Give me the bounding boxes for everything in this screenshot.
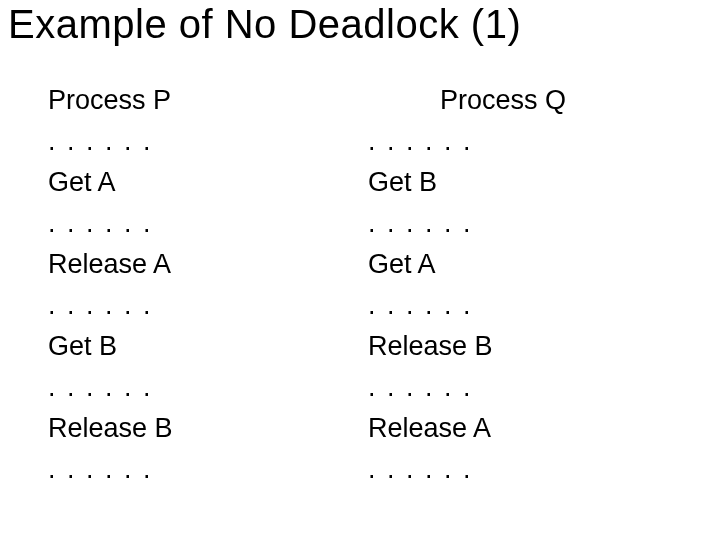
ellipsis: . . . . . .: [368, 121, 688, 162]
ellipsis: . . . . . .: [368, 367, 688, 408]
process-q-step: Get B: [368, 162, 688, 203]
ellipsis: . . . . . .: [48, 367, 348, 408]
process-q-column: Process Q . . . . . . Get B . . . . . . …: [368, 80, 688, 490]
ellipsis: . . . . . .: [368, 449, 688, 490]
ellipsis: . . . . . .: [48, 449, 348, 490]
ellipsis: . . . . . .: [368, 285, 688, 326]
process-q-step: Release B: [368, 326, 688, 367]
ellipsis: . . . . . .: [48, 285, 348, 326]
process-q-step: Get A: [368, 244, 688, 285]
process-p-column: Process P . . . . . . Get A . . . . . . …: [48, 80, 348, 490]
process-p-step: Release A: [48, 244, 348, 285]
process-p-step: Release B: [48, 408, 348, 449]
ellipsis: . . . . . .: [48, 121, 348, 162]
ellipsis: . . . . . .: [48, 203, 348, 244]
process-q-header: Process Q: [368, 80, 688, 121]
slide: Example of No Deadlock (1) Process P . .…: [0, 0, 720, 540]
process-p-header: Process P: [48, 80, 348, 121]
ellipsis: . . . . . .: [368, 203, 688, 244]
process-p-step: Get A: [48, 162, 348, 203]
process-q-step: Release A: [368, 408, 688, 449]
process-p-step: Get B: [48, 326, 348, 367]
slide-title: Example of No Deadlock (1): [8, 2, 521, 47]
